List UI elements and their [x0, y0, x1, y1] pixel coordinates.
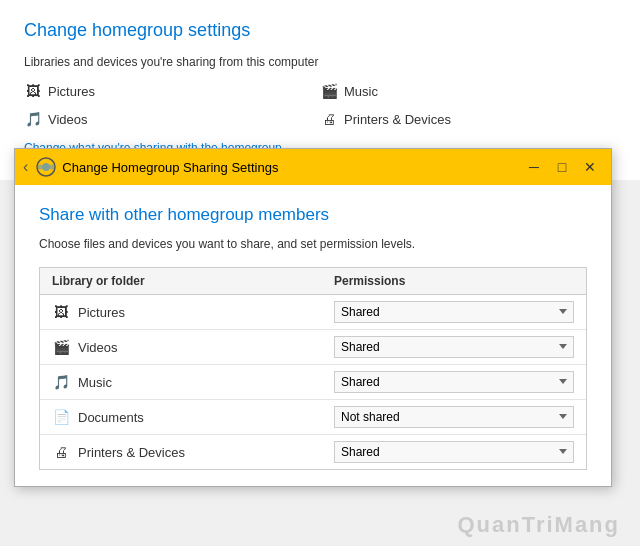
bg-item-label-pictures: Pictures: [48, 84, 95, 99]
maximize-button[interactable]: □: [549, 155, 575, 179]
row-label-documents: Documents: [78, 410, 144, 425]
bg-item-label-videos: Music: [344, 84, 378, 99]
videos-row-icon: 🎬: [52, 338, 70, 356]
music-icon: 🎵: [24, 110, 42, 128]
table-row: 📄 Documents Shared Not shared Shared (Re…: [40, 400, 586, 435]
bg-item-pictures: 🖼 Pictures: [24, 79, 320, 103]
row-label-music: Music: [78, 375, 112, 390]
row-permission-printers: Shared Not shared Shared (Read/Write): [334, 441, 574, 463]
row-item-printers: 🖨 Printers & Devices: [52, 443, 334, 461]
dialog-body: Share with other homegroup members Choos…: [15, 185, 611, 486]
bg-item-music: 🎵 Videos: [24, 107, 320, 131]
row-label-printers: Printers & Devices: [78, 445, 185, 460]
printers-icon: 🖨: [320, 110, 338, 128]
bg-item-label-music: Videos: [48, 112, 88, 127]
dialog-description: Choose files and devices you want to sha…: [39, 237, 587, 251]
close-button[interactable]: ✕: [577, 155, 603, 179]
printers-row-icon: 🖨: [52, 443, 70, 461]
table-row: 🎬 Videos Shared Not shared Shared (Read/…: [40, 330, 586, 365]
col-header-permissions: Permissions: [334, 274, 574, 288]
printers-permission-select[interactable]: Shared Not shared Shared (Read/Write): [334, 441, 574, 463]
row-item-music: 🎵 Music: [52, 373, 334, 391]
bg-title: Change homegroup settings: [24, 20, 616, 41]
row-label-videos: Videos: [78, 340, 118, 355]
music-permission-select[interactable]: Shared Not shared Shared (Read/Write): [334, 371, 574, 393]
dialog-title: Change Homegroup Sharing Settings: [62, 160, 521, 175]
watermark: QuanTriMang: [457, 512, 620, 538]
bg-item-printers: 🖨 Printers & Devices: [320, 107, 616, 131]
bg-item-videos: 🎬 Music: [320, 79, 616, 103]
pictures-icon: 🖼: [24, 82, 42, 100]
row-item-pictures: 🖼 Pictures: [52, 303, 334, 321]
table-row: 🖼 Pictures Shared Not shared Shared (Rea…: [40, 295, 586, 330]
row-permission-videos: Shared Not shared Shared (Read/Write): [334, 336, 574, 358]
share-table: Library or folder Permissions 🖼 Pictures…: [39, 267, 587, 470]
svg-point-1: [42, 163, 50, 171]
dialog-titlebar: ‹ Change Homegroup Sharing Settings ─ □ …: [15, 149, 611, 185]
documents-permission-select[interactable]: Shared Not shared Shared (Read/Write): [334, 406, 574, 428]
row-label-pictures: Pictures: [78, 305, 125, 320]
music-row-icon: 🎵: [52, 373, 70, 391]
homegroup-dialog-icon: [36, 157, 56, 177]
table-header: Library or folder Permissions: [40, 268, 586, 295]
bg-item-label-printers: Printers & Devices: [344, 112, 451, 127]
minimize-button[interactable]: ─: [521, 155, 547, 179]
table-row: 🖨 Printers & Devices Shared Not shared S…: [40, 435, 586, 469]
row-item-documents: 📄 Documents: [52, 408, 334, 426]
table-row: 🎵 Music Shared Not shared Shared (Read/W…: [40, 365, 586, 400]
row-permission-music: Shared Not shared Shared (Read/Write): [334, 371, 574, 393]
videos-permission-select[interactable]: Shared Not shared Shared (Read/Write): [334, 336, 574, 358]
bg-items-list: 🖼 Pictures 🎬 Music 🎵 Videos 🖨 Printers &…: [24, 79, 616, 131]
bg-section-label: Libraries and devices you're sharing fro…: [24, 55, 616, 69]
row-permission-pictures: Shared Not shared Shared (Read/Write): [334, 301, 574, 323]
svg-point-3: [50, 165, 55, 170]
documents-row-icon: 📄: [52, 408, 70, 426]
pictures-row-icon: 🖼: [52, 303, 70, 321]
dialog-section-title: Share with other homegroup members: [39, 205, 587, 225]
pictures-permission-select[interactable]: Shared Not shared Shared (Read/Write): [334, 301, 574, 323]
row-item-videos: 🎬 Videos: [52, 338, 334, 356]
videos-icon: 🎬: [320, 82, 338, 100]
dialog-window-controls: ─ □ ✕: [521, 155, 603, 179]
col-header-library: Library or folder: [52, 274, 334, 288]
homegroup-sharing-dialog: ‹ Change Homegroup Sharing Settings ─ □ …: [14, 148, 612, 487]
row-permission-documents: Shared Not shared Shared (Read/Write): [334, 406, 574, 428]
svg-point-2: [38, 165, 43, 170]
back-button[interactable]: ‹: [23, 158, 28, 176]
